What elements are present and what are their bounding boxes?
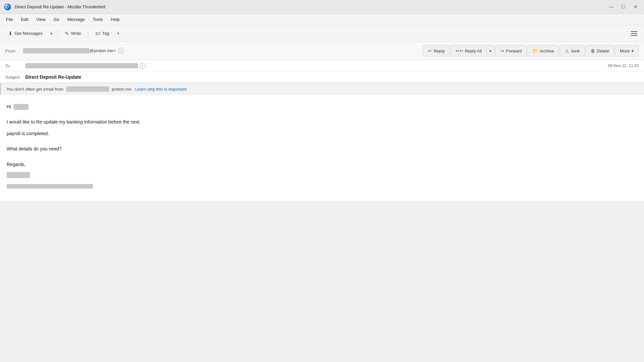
menu-view[interactable]: View — [33, 16, 49, 23]
junk-label: Junk — [571, 48, 580, 53]
reply-all-split: ↩↩ Reply All ▾ — [450, 45, 495, 56]
get-messages-dropdown[interactable]: ▾ — [48, 28, 55, 39]
maximize-button[interactable]: ☐ — [619, 3, 628, 11]
from-label: From — [5, 48, 20, 53]
from-address: @proton.me> — [23, 48, 116, 53]
email-header: From @proton.me> i ↩ Reply ↩↩ Reply All … — [0, 42, 644, 83]
security-domain-redacted — [66, 86, 109, 92]
hamburger-line-3 — [631, 35, 637, 36]
write-icon: ✎ — [65, 31, 69, 37]
email-signature-detail — [7, 184, 637, 189]
menu-bar: File Edit View Go Message Tools Help — [0, 14, 644, 25]
security-notice-text: You don't often get email from — [6, 87, 63, 92]
more-label: More — [620, 48, 630, 53]
to-value: i — [25, 63, 608, 69]
title-bar: Direct Deposit Re-Update - Mozilla Thund… — [0, 0, 644, 14]
to-row: To i 09-Nov-22, 11:43 — [0, 60, 644, 72]
menu-tools[interactable]: Tools — [89, 16, 106, 23]
forward-icon: ↪ — [500, 48, 504, 53]
email-timestamp: 09-Nov-22, 11:43 — [608, 63, 639, 68]
to-label: To — [5, 63, 25, 68]
window-controls: — ☐ ✕ — [607, 3, 640, 11]
menu-message[interactable]: Message — [64, 16, 88, 23]
security-from-redacted — [66, 86, 109, 92]
hamburger-menu-button[interactable] — [628, 28, 640, 39]
delete-button[interactable]: 🗑 Delete — [586, 45, 614, 56]
subject-label: Subject — [5, 75, 25, 80]
to-address-redacted — [25, 63, 138, 68]
archive-label: Archive — [540, 48, 554, 53]
reply-all-dropdown[interactable]: ▾ — [486, 45, 495, 56]
reply-button[interactable]: ↩ Reply — [423, 45, 449, 56]
more-icon: ▾ — [631, 48, 634, 53]
email-action-buttons: ↩ Reply ↩↩ Reply All ▾ ↪ Forward 📁 Archi… — [423, 45, 639, 56]
reply-label: Reply — [434, 48, 444, 53]
minimize-button[interactable]: — — [607, 3, 616, 11]
archive-button[interactable]: 📁 Archive — [527, 45, 559, 56]
menu-edit[interactable]: Edit — [18, 16, 32, 23]
email-body-question: What details do you need? — [7, 145, 637, 152]
body-text-3: What details do you need? — [7, 146, 62, 151]
write-label: Write — [71, 31, 81, 36]
security-proton-text: proton.me. — [112, 87, 132, 92]
security-notice: You don't often get email from proton.me… — [0, 83, 644, 95]
tag-label: Tag — [102, 31, 109, 36]
archive-icon: 📁 — [532, 48, 538, 53]
menu-help[interactable]: Help — [108, 16, 123, 23]
body-text-2: payroll is completed. — [7, 131, 49, 136]
tag-button[interactable]: 🏷 Tag — [91, 28, 114, 39]
junk-button[interactable]: ⚠ Junk — [560, 45, 585, 56]
greeting-hi: Hi — [7, 104, 11, 109]
close-button[interactable]: ✕ — [631, 3, 640, 11]
regards-text: Regards, — [7, 162, 26, 167]
subject-row: Subject Direct Deposit Re-Update — [0, 72, 644, 83]
body-text-1: I would like to Re-update my banking inf… — [7, 119, 139, 125]
tag-dropdown[interactable]: ▾ — [115, 28, 121, 39]
get-messages-label: Get Messages — [15, 31, 42, 36]
tag-icon: 🏷 — [95, 31, 100, 36]
from-section: From @proton.me> i — [5, 48, 423, 54]
toolbar-divider-2 — [88, 29, 88, 38]
signature-detail-redacted — [7, 184, 93, 189]
reply-icon: ↩ — [428, 48, 432, 53]
reply-all-label: Reply All — [465, 48, 482, 53]
from-address-redacted — [23, 48, 89, 53]
write-button[interactable]: ✎ Write — [60, 28, 85, 39]
forward-label: Forward — [506, 48, 522, 53]
toolbar-divider-1 — [57, 29, 58, 38]
reply-all-button[interactable]: ↩↩ Reply All — [450, 45, 487, 56]
hamburger-line-1 — [631, 31, 637, 32]
subject-value: Direct Deposit Re-Update — [25, 74, 639, 80]
to-address-chip: i — [25, 63, 145, 69]
delete-label: Delete — [597, 48, 609, 53]
reply-all-icon: ↩↩ — [455, 48, 463, 53]
more-button[interactable]: More ▾ — [615, 45, 639, 56]
signature-name-redacted — [7, 172, 30, 178]
from-action-bar: From @proton.me> i ↩ Reply ↩↩ Reply All … — [0, 42, 644, 60]
toolbar: ⬇ Get Messages ▾ ✎ Write 🏷 Tag ▾ — [0, 25, 644, 42]
email-regards: Regards, — [7, 161, 637, 168]
menu-file[interactable]: File — [3, 16, 16, 23]
email-greeting: Hi — [7, 103, 637, 110]
thunderbird-logo — [4, 3, 11, 11]
email-body: Hi I would like to Re-update my banking … — [0, 95, 644, 201]
junk-icon: ⚠ — [565, 48, 569, 53]
get-messages-button[interactable]: ⬇ Get Messages — [4, 28, 47, 39]
menu-go[interactable]: Go — [50, 16, 62, 23]
forward-button[interactable]: ↪ Forward — [495, 45, 527, 56]
hamburger-line-2 — [631, 33, 637, 34]
email-signature-name — [7, 172, 637, 180]
get-messages-icon: ⬇ — [8, 31, 13, 37]
from-info-icon[interactable]: i — [118, 48, 124, 54]
email-body-line1: I would like to Re-update my banking inf… — [7, 118, 637, 126]
window-title: Direct Deposit Re-Update - Mozilla Thund… — [15, 4, 640, 9]
security-learn-link[interactable]: Learn why this is important — [135, 87, 187, 92]
greeting-name-redacted — [14, 104, 29, 110]
to-info-icon[interactable]: i — [139, 63, 145, 69]
email-body-line2: payroll is completed. — [7, 130, 637, 137]
delete-icon: 🗑 — [591, 48, 595, 53]
